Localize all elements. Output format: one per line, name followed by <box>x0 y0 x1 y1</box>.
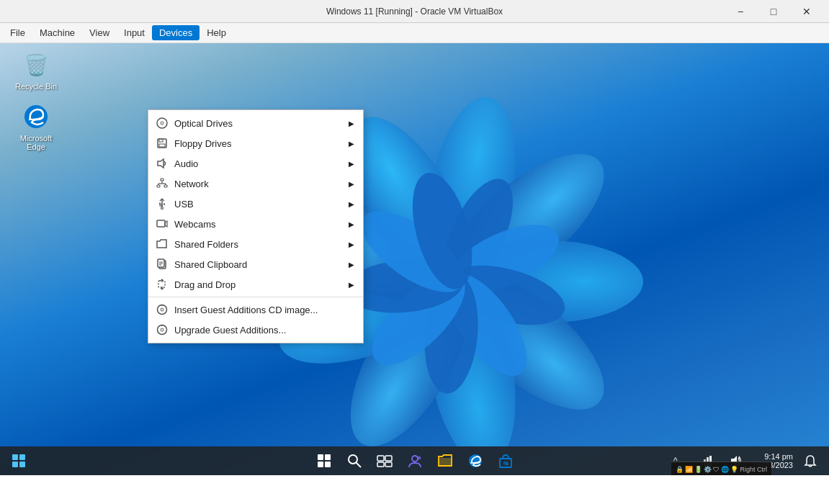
svg-rect-65 <box>377 456 384 461</box>
svg-rect-25 <box>159 144 165 147</box>
drag-and-drop-arrow: ▶ <box>349 281 354 289</box>
minimize-button[interactable]: − <box>724 0 757 23</box>
audio-arrow: ▶ <box>349 160 354 168</box>
menu-insert-guest[interactable]: Insert Guest Additions CD image... <box>148 300 363 320</box>
window-title: Windows 11 [Running] - Oracle VM Virtual… <box>326 6 503 17</box>
recycle-bin-img: 🗑️ <box>22 50 50 79</box>
network-icon <box>156 177 169 190</box>
menu-machine[interactable]: Machine <box>32 25 82 40</box>
floppy-drives-arrow: ▶ <box>349 140 354 148</box>
webcams-arrow: ▶ <box>349 220 354 228</box>
shared-folders-arrow: ▶ <box>349 240 354 248</box>
menu-optical-drives[interactable]: Optical Drives ▶ <box>148 113 363 133</box>
floppy-drives-label: Floppy Drives <box>174 138 343 149</box>
svg-point-49 <box>158 305 167 315</box>
window-controls: − □ ✕ <box>724 0 823 23</box>
recycle-bin-icon[interactable]: 🗑️ Recycle Bin <box>11 50 61 91</box>
svg-point-50 <box>161 308 163 311</box>
insert-guest-icon <box>156 303 169 316</box>
insert-guest-label: Insert Guest Additions CD image... <box>174 305 354 315</box>
menu-file[interactable]: File <box>3 25 32 40</box>
svg-rect-29 <box>164 185 167 187</box>
system-tray-extra: 🔒 📶 🔋 ⚙️ 🛡 🌐 💡 Right Ctrl <box>676 466 767 473</box>
floppy-drives-icon <box>156 137 169 150</box>
close-button[interactable]: ✕ <box>790 0 823 23</box>
audio-icon <box>156 157 169 170</box>
optical-drives-arrow: ▶ <box>349 120 354 127</box>
shared-clipboard-icon <box>156 258 169 271</box>
menu-shared-folders[interactable]: Shared Folders ▶ <box>148 234 363 254</box>
drag-and-drop-icon <box>156 278 169 291</box>
svg-rect-67 <box>377 462 384 467</box>
vm-viewport: 🗑️ Recycle Bin Microsoft Edge Optical Dr… <box>0 43 829 475</box>
file-explorer-button[interactable] <box>432 448 458 474</box>
svg-point-70 <box>417 456 421 460</box>
audio-label: Audio <box>174 158 343 169</box>
svg-rect-41 <box>157 220 165 227</box>
svg-point-39 <box>159 203 161 204</box>
svg-point-40 <box>161 207 163 210</box>
edge-taskbar-button[interactable] <box>462 448 488 474</box>
svg-point-63 <box>349 455 357 464</box>
optical-drives-icon <box>156 117 169 130</box>
svg-marker-26 <box>158 159 163 168</box>
show-desktop-button[interactable] <box>6 448 32 474</box>
devices-menu: Optical Drives ▶ Floppy Drives ▶ Audio ▶ <box>148 109 364 343</box>
svg-point-69 <box>412 456 418 462</box>
svg-rect-59 <box>318 454 323 460</box>
network-label: Network <box>174 179 343 189</box>
svg-rect-35 <box>160 204 162 206</box>
search-button[interactable] <box>341 448 367 474</box>
svg-rect-58 <box>19 462 25 467</box>
menu-help[interactable]: Help <box>200 25 233 40</box>
menu-shared-clipboard[interactable]: Shared Clipboard ▶ <box>148 254 363 274</box>
store-button[interactable]: 🛍 <box>493 448 519 474</box>
menu-view[interactable]: View <box>82 25 117 40</box>
edge-label: Microsoft Edge <box>11 134 61 151</box>
webcams-icon <box>156 217 169 230</box>
svg-marker-42 <box>165 221 167 227</box>
recycle-bin-label: Recycle Bin <box>15 82 57 91</box>
maximize-button[interactable]: □ <box>757 0 790 23</box>
svg-point-53 <box>161 328 163 331</box>
clock-time: 9:14 pm <box>764 452 793 461</box>
usb-icon <box>156 197 169 210</box>
notification-button[interactable] <box>797 448 823 474</box>
titlebar: Windows 11 [Running] - Oracle VM Virtual… <box>0 0 829 23</box>
menu-drag-and-drop[interactable]: Drag and Drop ▶ <box>148 274 363 294</box>
edge-img <box>22 102 50 131</box>
svg-rect-27 <box>161 179 163 181</box>
menu-network[interactable]: Network ▶ <box>148 174 363 194</box>
taskbar-center: 🛍 <box>311 448 519 474</box>
menu-input[interactable]: Input <box>117 25 152 40</box>
menu-audio[interactable]: Audio ▶ <box>148 153 363 174</box>
start-button[interactable] <box>311 448 337 474</box>
svg-line-64 <box>356 463 361 468</box>
optical-drives-label: Optical Drives <box>174 118 343 129</box>
usb-label: USB <box>174 199 343 210</box>
upgrade-guest-icon <box>156 323 169 336</box>
network-arrow: ▶ <box>349 180 354 188</box>
edge-icon[interactable]: Microsoft Edge <box>11 102 61 151</box>
svg-rect-28 <box>157 185 160 187</box>
svg-point-22 <box>161 122 163 125</box>
menu-floppy-drives[interactable]: Floppy Drives ▶ <box>148 133 363 153</box>
webcams-label: Webcams <box>174 219 343 230</box>
menu-upgrade-guest[interactable]: Upgrade Guest Additions... <box>148 320 363 340</box>
svg-rect-55 <box>12 454 18 460</box>
menu-usb[interactable]: USB ▶ <box>148 194 363 214</box>
shared-folders-icon <box>156 238 169 251</box>
svg-point-52 <box>158 325 167 335</box>
teams-button[interactable] <box>402 448 428 474</box>
svg-point-21 <box>157 118 167 128</box>
svg-rect-60 <box>325 454 331 460</box>
svg-rect-66 <box>385 456 392 461</box>
svg-text:🛍: 🛍 <box>503 461 508 466</box>
svg-rect-61 <box>318 462 323 467</box>
menu-devices[interactable]: Devices <box>152 25 200 40</box>
task-view-button[interactable] <box>372 448 398 474</box>
upgrade-guest-label: Upgrade Guest Additions... <box>174 325 354 336</box>
menubar: File Machine View Input Devices Help <box>0 23 829 43</box>
menu-webcams[interactable]: Webcams ▶ <box>148 214 363 234</box>
usb-arrow: ▶ <box>349 200 354 208</box>
